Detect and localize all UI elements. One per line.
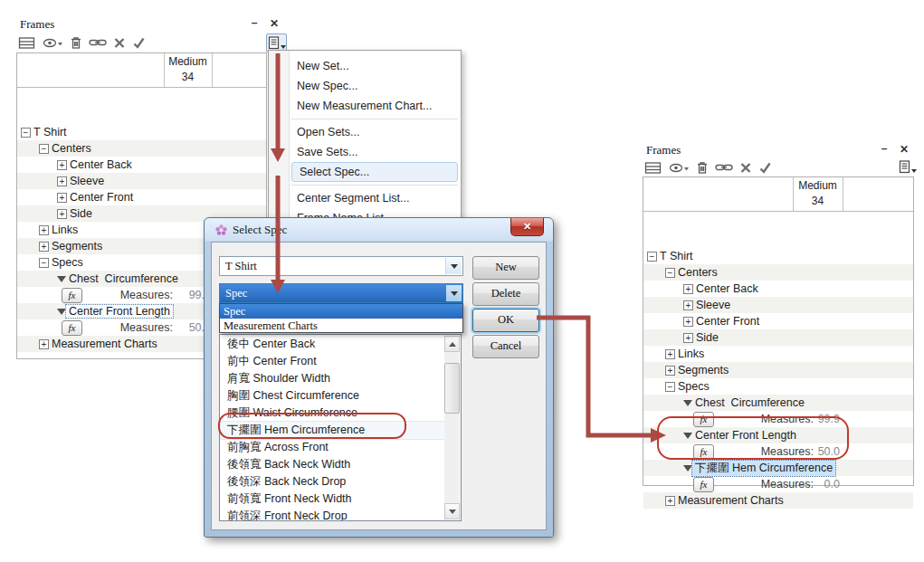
expand-plus-icon[interactable]: + [665,496,675,506]
tree-measure-row[interactable]: fxMeasures:0.0 [643,476,913,492]
expand-plus-icon[interactable]: + [57,176,67,186]
spec-list-item[interactable]: 前胸寬 Across Front [221,439,444,456]
size-column-header[interactable]: Medium 34 [793,178,843,209]
panel-menu-button[interactable] [898,158,917,176]
eye-icon[interactable] [42,35,63,51]
expand-plus-icon[interactable]: + [683,284,693,294]
expand-arrow-icon[interactable] [57,309,66,315]
scroll-down-button[interactable] [444,503,460,519]
collapse-minus-icon[interactable]: − [39,258,49,268]
collapse-minus-icon[interactable]: − [665,268,675,278]
expand-plus-icon[interactable]: + [683,300,693,310]
collapse-minus-icon[interactable]: − [39,144,49,154]
tree-node[interactable]: +Center Back [17,157,266,173]
eye-icon[interactable] [668,160,690,176]
set-combobox[interactable]: T Shirt [219,256,463,276]
spec-list-item[interactable]: 後領寬 Back Neck Width [221,456,444,473]
size-column-header[interactable]: Medium 34 [164,54,212,85]
tree-node[interactable]: −T Shirt [17,124,266,140]
scrollbar-thumb[interactable] [444,363,460,414]
collapse-minus-icon[interactable]: − [647,252,657,262]
tree-node[interactable]: +Center Front [643,313,913,329]
expand-plus-icon[interactable]: + [39,225,49,235]
trash-icon[interactable] [70,35,82,51]
menu-item-new-spec[interactable]: New Spec... [290,76,460,96]
expand-plus-icon[interactable]: + [57,160,67,170]
close-icon[interactable]: ✕ [268,17,281,30]
expand-plus-icon[interactable]: + [39,339,49,349]
tree-node[interactable]: −T Shirt [643,248,913,264]
menu-item-select-spec[interactable]: Select Spec... [291,162,458,182]
tree-measure-row[interactable]: fxMeasures:99.9 [643,411,913,427]
tree-node[interactable]: Center Front Length [643,427,913,443]
tree-node[interactable]: +Measurement Charts [643,492,913,509]
check-icon[interactable] [758,160,772,176]
type-combobox[interactable]: Spec [219,283,463,303]
tree-node-label: Center Front Length [66,305,173,318]
x-icon[interactable] [113,35,126,51]
tree-node[interactable]: +Center Back [643,281,913,297]
spec-list-item[interactable]: 下擺圍 Hem Circumference [221,422,444,439]
spec-list-item[interactable]: 胸圍 Chest Circumference [221,387,444,405]
tree-node[interactable]: −Centers [17,140,266,157]
minimize-button[interactable]: – [248,16,261,29]
expand-plus-icon[interactable]: + [57,209,67,219]
expand-arrow-icon[interactable] [57,276,66,282]
expand-plus-icon[interactable]: + [57,193,67,203]
close-icon[interactable]: ✕ [898,143,910,156]
scroll-up-button[interactable] [444,336,460,352]
minimize-button[interactable]: – [878,142,891,155]
ok-button[interactable]: OK [472,309,539,332]
spec-list-item[interactable]: 後中 Center Back [221,336,444,353]
collapse-minus-icon[interactable]: − [21,128,31,138]
menu-item-open-sets[interactable]: Open Sets... [290,122,460,142]
tree-node[interactable]: +Center Front [17,189,266,205]
expand-arrow-icon[interactable] [683,400,692,406]
menu-item-center-segment-list[interactable]: Center Segment List... [290,188,460,208]
cancel-button[interactable]: Cancel [472,335,539,358]
expand-arrow-icon[interactable] [683,433,692,439]
spec-list-item[interactable]: 前領深 Front Neck Drop [221,508,444,521]
table-icon[interactable] [644,160,662,176]
spec-list-item[interactable]: 肩寬 Shoulder Width [221,370,444,387]
dropdown-option[interactable]: Spec [220,304,462,319]
expand-arrow-icon[interactable] [683,465,692,472]
tree-node[interactable]: +Segments [643,362,913,378]
tree-node[interactable]: +Sleeve [17,173,266,189]
close-icon[interactable]: ✕ [510,218,544,236]
menu-item-save-sets[interactable]: Save Sets... [290,142,460,162]
tree-node[interactable]: +Sleeve [643,297,913,313]
expand-plus-icon[interactable]: + [665,366,675,376]
new-button[interactable]: New [472,256,539,280]
chevron-down-icon[interactable] [446,285,462,301]
spec-list-item[interactable]: 後領深 Back Neck Drop [221,473,444,491]
tree-node[interactable]: +Links [643,346,913,362]
expand-plus-icon[interactable]: + [39,242,49,252]
table-icon[interactable] [18,35,35,51]
x-icon[interactable] [739,160,752,176]
menu-item-new-set[interactable]: New Set... [290,56,460,76]
tree-node[interactable]: +Side [643,329,913,346]
chevron-down-icon[interactable] [445,258,462,274]
scrollbar[interactable] [444,336,460,519]
spec-list-item[interactable]: 前中 Center Front [221,353,444,370]
tree-measure-row[interactable]: fxMeasures:50.0 [643,443,913,460]
dialog-titlebar[interactable]: Select Spec ✕ [205,218,553,242]
link-icon[interactable] [89,35,107,51]
spec-list-item[interactable]: 腰圍 Waist Circumference [221,405,444,422]
delete-button[interactable]: Delete [472,282,539,306]
tree-node[interactable]: −Centers [643,264,913,281]
expand-plus-icon[interactable]: + [683,333,693,343]
spec-list-item[interactable]: 前領寬 Front Neck Width [221,491,444,508]
expand-plus-icon[interactable]: + [683,317,693,327]
tree-node[interactable]: 下擺圍 Hem Circumference [643,460,913,476]
dropdown-option[interactable]: Measurement Charts [220,319,462,333]
menu-item-new-measurement-chart[interactable]: New Measurement Chart... [290,96,460,116]
expand-plus-icon[interactable]: + [665,349,675,359]
tree-node[interactable]: −Specs [643,378,913,395]
link-icon[interactable] [715,160,733,176]
tree-node[interactable]: Chest Circumference [643,395,913,411]
collapse-minus-icon[interactable]: − [665,382,675,392]
trash-icon[interactable] [696,160,709,176]
check-icon[interactable] [132,35,146,51]
